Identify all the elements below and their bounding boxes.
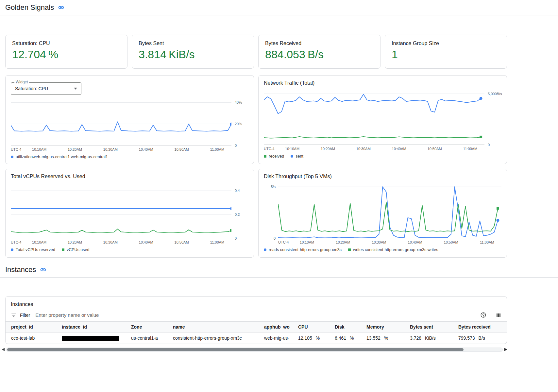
x-axis-tick-label: 10:20AM bbox=[321, 147, 335, 151]
column-header-bytes-sent[interactable]: Bytes sent bbox=[407, 322, 455, 332]
column-header-cpu[interactable]: CPU bbox=[295, 322, 331, 332]
x-axis-tick-label: 11:00AM bbox=[210, 147, 224, 151]
y-axis-tick-label: 0.4 bbox=[235, 189, 240, 193]
scorecard-label: Instance Group Size bbox=[392, 41, 500, 46]
y-axis-tick-label: 0.2 bbox=[235, 213, 240, 216]
x-axis-tick-label: UTC-4 bbox=[11, 240, 21, 244]
table-title: Instances bbox=[6, 297, 507, 311]
disk-throughput-chart[interactable] bbox=[278, 185, 501, 238]
x-axis-tick-label: UTC-4 bbox=[278, 240, 289, 244]
x-axis-tick-label: 10:40AM bbox=[408, 240, 422, 244]
scorecard-label: Saturation: CPU bbox=[12, 41, 121, 46]
table-cell: cco-test-lab bbox=[6, 332, 59, 344]
legend-item[interactable]: received bbox=[264, 154, 284, 159]
circle-marker-icon bbox=[11, 248, 13, 251]
column-header-disk[interactable]: Disk bbox=[331, 322, 363, 332]
legend-item[interactable]: vCPUs used bbox=[62, 247, 89, 252]
link-icon[interactable] bbox=[58, 4, 64, 11]
chart-card-network-traffic: Network Traffic (Total) 5,000B/s0 UTC-41… bbox=[258, 75, 507, 164]
square-marker-icon bbox=[348, 248, 351, 251]
scorecard-value: 1 bbox=[392, 48, 398, 61]
x-axis-tick-label: 10:40AM bbox=[392, 147, 406, 151]
help-icon[interactable] bbox=[480, 312, 486, 318]
charts-grid: Widget Saturation: CPU 40%20%0 UTC-410:1… bbox=[5, 75, 507, 258]
table-cell: 3.728KiB/s bbox=[407, 332, 455, 344]
link-icon[interactable] bbox=[40, 266, 46, 273]
column-picker-icon[interactable] bbox=[496, 312, 501, 318]
filter-input[interactable] bbox=[35, 312, 473, 318]
legend-label: received bbox=[269, 154, 284, 159]
scroll-left-arrow-icon[interactable] bbox=[2, 348, 5, 351]
y-axis-tick-label: 0 bbox=[235, 236, 237, 240]
x-axis-labels: UTC-410:10AM10:20AM10:30AM10:40AM10:50AM… bbox=[11, 238, 231, 245]
x-axis-tick-label: 10:40AM bbox=[139, 240, 153, 244]
scorecard-value: 3.814 bbox=[139, 48, 166, 61]
legend-label: writes consistent-http-errors-group-xm3c… bbox=[353, 247, 438, 252]
y-axis-tick-label: 5,000B/s bbox=[488, 92, 502, 96]
network-traffic-chart[interactable] bbox=[264, 91, 484, 145]
widget-selector[interactable]: Widget Saturation: CPU bbox=[11, 82, 81, 95]
x-axis-tick-label: 10:50AM bbox=[175, 240, 189, 244]
x-axis-tick-label: 10:20AM bbox=[68, 240, 82, 244]
y-axis-tick-label: 0 bbox=[274, 236, 276, 240]
y-axis-tick-label: 0 bbox=[235, 144, 237, 147]
chart-legend: receivedsent bbox=[264, 154, 501, 159]
saturation-cpu-chart[interactable] bbox=[11, 97, 231, 145]
x-axis-tick-label: 10:10AM bbox=[300, 240, 314, 244]
legend-item[interactable]: writes consistent-http-errors-group-xm3c… bbox=[348, 247, 438, 252]
scorecard-row: Saturation: CPU 12.704 % Bytes Sent 3.81… bbox=[5, 35, 507, 69]
filter-label[interactable]: Filter bbox=[20, 313, 30, 318]
legend-item[interactable]: Total vCPUs reserved bbox=[11, 247, 55, 252]
x-axis-tick-label: 10:50AM bbox=[428, 147, 442, 151]
vcpus-chart[interactable] bbox=[11, 185, 231, 238]
table-cell: 13.552% bbox=[363, 332, 407, 344]
scorecard-saturation-cpu: Saturation: CPU 12.704 % bbox=[5, 35, 127, 69]
dropdown-arrow-icon bbox=[74, 88, 77, 90]
legend-item[interactable]: utilizationweb-mig-us-central1 web-mig-u… bbox=[11, 155, 108, 159]
instances-section-title: Instances bbox=[5, 265, 36, 274]
scorecard-value: 12.704 bbox=[12, 48, 46, 61]
column-header-apphub-workload[interactable]: apphub_wo bbox=[261, 322, 295, 332]
column-header-bytes-received[interactable]: Bytes received bbox=[455, 322, 507, 332]
table-cell: 799.573B/s bbox=[455, 332, 507, 344]
instances-table: project_id instance_id Zone name apphub_… bbox=[6, 321, 507, 344]
filter-icon[interactable] bbox=[11, 312, 17, 318]
square-marker-icon bbox=[62, 248, 64, 251]
chart-legend: utilizationweb-mig-us-central1 web-mig-u… bbox=[11, 155, 248, 159]
legend-item[interactable]: reads consistent-http-errors-group-xm3c bbox=[264, 247, 342, 252]
scrollbar-track[interactable] bbox=[6, 348, 503, 352]
scorecard-value: 884.053 bbox=[265, 48, 305, 61]
column-header-zone[interactable]: Zone bbox=[128, 322, 170, 332]
column-header-instance-id[interactable]: instance_id bbox=[59, 322, 128, 332]
x-axis-tick-label: UTC-4 bbox=[11, 147, 21, 151]
x-axis-labels: UTC-410:10AM10:20AM10:30AM10:40AM10:50AM… bbox=[11, 145, 231, 152]
x-axis-tick-label: 11:00AM bbox=[463, 147, 477, 151]
x-axis-tick-label: 10:20AM bbox=[336, 240, 350, 244]
y-axis-labels: 5/s0 bbox=[264, 185, 278, 238]
widget-selector-value: Saturation: CPU bbox=[15, 86, 48, 91]
chart-title: Network Traffic (Total) bbox=[264, 80, 501, 88]
scorecard-label: Bytes Received bbox=[265, 41, 374, 46]
instances-section-header: Instances bbox=[0, 262, 558, 278]
x-axis-tick-label: 10:10AM bbox=[32, 147, 46, 151]
x-axis-tick-label: 10:30AM bbox=[103, 147, 118, 151]
widget-selector-label: Widget bbox=[14, 80, 29, 84]
column-header-name[interactable]: name bbox=[170, 322, 261, 332]
horizontal-scrollbar[interactable] bbox=[2, 347, 507, 352]
column-header-project-id[interactable]: project_id bbox=[6, 322, 59, 332]
chart-title: Disk Throughput (Top 5 VMs) bbox=[264, 174, 501, 181]
scroll-right-arrow-icon[interactable] bbox=[504, 348, 507, 351]
table-row[interactable]: cco-test-labus-central1-aconsistent-http… bbox=[6, 332, 507, 344]
legend-item[interactable]: sent bbox=[291, 154, 303, 159]
scrollbar-thumb[interactable] bbox=[7, 348, 464, 351]
page-header: Golden Signals bbox=[0, 0, 558, 15]
x-axis-tick-label: 10:30AM bbox=[356, 147, 371, 151]
table-body: cco-test-labus-central1-aconsistent-http… bbox=[6, 332, 507, 344]
chart-legend: Total vCPUs reservedvCPUs used bbox=[11, 247, 248, 252]
circle-marker-icon bbox=[291, 155, 293, 158]
legend-label: sent bbox=[296, 154, 303, 159]
chart-card-saturation-cpu: Widget Saturation: CPU 40%20%0 UTC-410:1… bbox=[5, 75, 254, 164]
redacted-instance-id bbox=[62, 336, 119, 341]
y-axis-tick-label: 0 bbox=[488, 143, 490, 147]
column-header-memory[interactable]: Memory bbox=[363, 322, 407, 332]
